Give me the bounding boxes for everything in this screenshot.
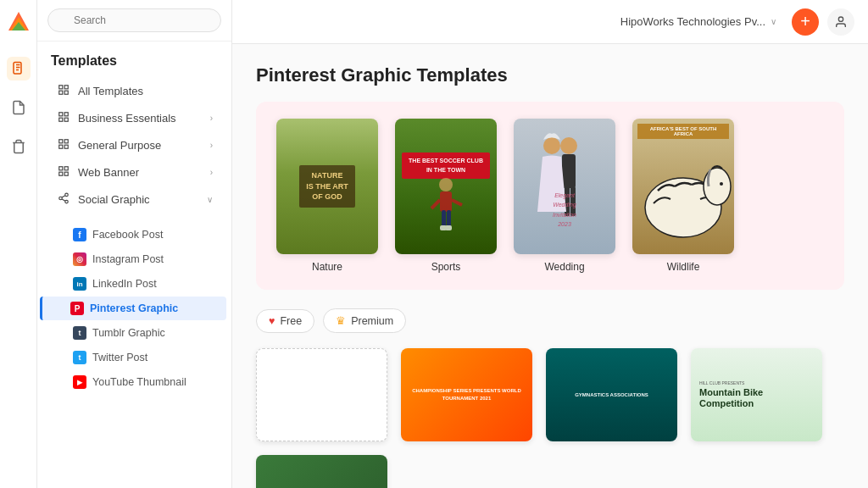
category-section: NATUREIS THE ARTOF GOD Nature THE BEST S… (256, 102, 844, 290)
svg-line-25 (62, 199, 65, 201)
svg-point-28 (439, 178, 453, 191)
category-card-sports[interactable]: THE BEST SOCCER CLUB IN THE TOWN (395, 119, 497, 273)
filter-premium-button[interactable]: ♛ Premium (323, 308, 406, 333)
svg-rect-19 (64, 167, 68, 170)
chevron-right-icon-3: › (210, 168, 213, 177)
svg-line-35 (452, 200, 462, 205)
sports-banner-text: THE BEST SOCCER CLUB IN THE TOWN (402, 152, 490, 179)
grid-icon (56, 84, 71, 98)
sidebar-item-label-2: Business Essentials (78, 112, 176, 125)
pinterest-icon: P (70, 302, 84, 315)
template-card-blank[interactable] (256, 348, 387, 441)
user-profile-button[interactable] (827, 8, 854, 36)
linkedin-icon: in (73, 277, 86, 291)
template-card-bike[interactable]: Hill Club Presents Mountain Bike Competi… (691, 348, 822, 441)
svg-line-26 (62, 196, 65, 197)
category-card-wildlife[interactable]: AFRICA'S BEST OF SOUTH AFRICA (632, 119, 734, 273)
search-input[interactable] (47, 8, 221, 32)
share-icon (56, 192, 71, 207)
gymnastics-text: GYMNASTICS ASSOCIATIONS (571, 389, 652, 401)
svg-point-22 (65, 193, 69, 197)
youtube-icon: ▶ (73, 375, 86, 389)
sidebar-item-label-5: Social Graphic (78, 193, 150, 206)
svg-rect-14 (59, 140, 63, 143)
grid-icon-4 (56, 165, 71, 180)
template-card-tournament[interactable]: CHAMPIONSHIP SERIES PRESENTS WORLD TOURN… (401, 348, 532, 441)
svg-rect-17 (64, 145, 68, 148)
svg-rect-13 (64, 118, 68, 121)
sidebar-item-web-banner[interactable]: Web Banner › (42, 159, 226, 186)
sidebar-title: Templates (37, 42, 231, 77)
tournament-text: CHAMPIONSHIP SERIES PRESENTS WORLD TOURN… (408, 387, 526, 402)
svg-rect-8 (59, 91, 63, 94)
add-new-button[interactable]: + (792, 8, 819, 36)
svg-rect-16 (59, 145, 63, 148)
sidebar-item-label-4: Web Banner (78, 166, 139, 179)
account-selector[interactable]: HipoWorks Technologies Pv... ∨ (614, 12, 783, 31)
twitter-icon: t (73, 351, 86, 364)
svg-rect-11 (64, 113, 68, 116)
grid-icon-2 (56, 111, 71, 125)
nature-text: NATUREIS THE ARTOF GOD (299, 165, 355, 208)
sidebar-item-twitter-post[interactable]: t Twitter Post (42, 346, 226, 369)
tumblr-icon: t (73, 326, 86, 340)
chevron-down-icon: ∨ (207, 195, 213, 204)
sidebar-item-pinterest-graphic[interactable]: P Pinterest Graphic (40, 297, 226, 320)
filter-row: ♥ Free ♛ Premium (256, 308, 844, 333)
svg-rect-7 (64, 86, 68, 89)
page-title: Pinterest Graphic Templates (256, 64, 844, 86)
svg-rect-9 (64, 91, 68, 94)
svg-rect-18 (59, 167, 63, 170)
nature-thumbnail: NATUREIS THE ARTOF GOD (276, 119, 378, 254)
svg-line-34 (431, 200, 440, 208)
submenu-label-li: LinkedIn Post (92, 278, 157, 290)
svg-rect-37 (562, 154, 576, 188)
bike-subtitle: Hill Club Presents (699, 380, 744, 385)
svg-rect-33 (445, 225, 452, 230)
submenu-label-tb: Tumblr Graphic (92, 327, 165, 339)
sidebar-item-facebook-post[interactable]: f Facebook Post (42, 223, 226, 247)
sidebar-item-business-essentials[interactable]: Business Essentials › (42, 105, 226, 131)
wildlife-label: Wildlife (667, 261, 700, 273)
filter-free-button[interactable]: ♥ Free (256, 309, 314, 333)
sidebar-item-instagram-post[interactable]: ◎ Instagram Post (42, 247, 226, 271)
crown-icon: ♛ (336, 314, 346, 327)
svg-point-23 (59, 197, 63, 200)
icon-bar (0, 0, 37, 488)
submenu-label-ig: Instagram Post (92, 253, 164, 265)
sidebar-menu: All Templates Business Essentials › Gene… (37, 77, 231, 222)
svg-point-44 (720, 182, 723, 186)
submenu-label-tw: Twitter Post (92, 352, 147, 363)
category-card-nature[interactable]: NATUREIS THE ARTOF GOD Nature (276, 119, 378, 273)
template-grid: CHAMPIONSHIP SERIES PRESENTS WORLD TOURN… (256, 348, 844, 488)
svg-rect-10 (59, 113, 63, 116)
svg-point-40 (543, 137, 560, 154)
sidebar-item-linkedin-post[interactable]: in LinkedIn Post (42, 272, 226, 296)
template-card-gymnastics[interactable]: GYMNASTICS ASSOCIATIONS (546, 348, 677, 441)
iconbar-document[interactable] (7, 57, 31, 80)
sidebar-item-all-templates[interactable]: All Templates (42, 78, 226, 104)
sidebar-item-tumblr-graphic[interactable]: t Tumblr Graphic (42, 321, 226, 345)
bike-title: Mountain Bike Competition (699, 387, 814, 409)
iconbar-file[interactable] (7, 96, 31, 119)
sports-thumbnail: THE BEST SOCCER CLUB IN THE TOWN (395, 119, 497, 254)
category-card-wedding[interactable]: ElegantWeddingInvitation2023 Wedding (514, 119, 615, 273)
main-area: HipoWorks Technologies Pv... ∨ + Pintere… (232, 0, 868, 488)
grid-icon-3 (56, 138, 71, 152)
iconbar-trash[interactable] (7, 135, 31, 158)
sidebar-item-youtube-thumbnail[interactable]: ▶ YouTube Thumbnail (42, 370, 226, 394)
sidebar-item-general-purpose[interactable]: General Purpose › (42, 132, 226, 158)
app-logo[interactable] (7, 10, 31, 36)
submenu-label-yt: YouTube Thumbnail (92, 376, 186, 388)
sidebar-item-social-graphic[interactable]: Social Graphic ∨ (42, 186, 226, 213)
heart-icon: ♥ (269, 315, 275, 327)
svg-point-36 (560, 137, 577, 154)
chevron-right-icon: › (210, 114, 213, 123)
submenu-label-fb: Facebook Post (92, 229, 163, 241)
wedding-text: ElegantWeddingInvitation2023 (514, 191, 615, 229)
instagram-icon: ◎ (73, 252, 86, 266)
svg-rect-12 (59, 118, 63, 121)
sports-label: Sports (431, 261, 461, 273)
template-card-tennis[interactable]: 19th AUGUST 15:30 (256, 455, 387, 488)
chevron-right-icon-2: › (210, 141, 213, 150)
